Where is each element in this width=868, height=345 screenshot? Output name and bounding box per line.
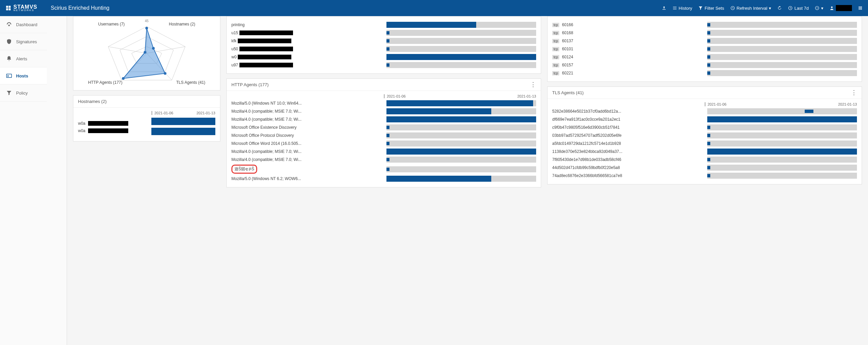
list-row[interactable]: Mozilla/4.0 (compatible; MSIE 7.0; Wi...: [231, 148, 536, 154]
list-row[interactable]: w0: [231, 54, 536, 60]
list-row[interactable]: tcp60157: [552, 62, 857, 68]
list-row[interactable]: Microsoft Office Existence Discovery: [231, 124, 536, 131]
list-row[interactable]: tcp60137: [552, 38, 857, 44]
svg-point-4: [831, 6, 833, 8]
clock-icon: [788, 6, 793, 10]
sidebar-item-hosts[interactable]: Hosts: [0, 67, 47, 85]
bar-fill: [707, 71, 710, 75]
refresh-interval-dropdown[interactable]: Refresh Interval ▾: [731, 6, 772, 11]
help-icon: ?: [815, 6, 819, 10]
panel-title: Hostnames (2): [78, 99, 106, 104]
bar-track: [386, 116, 536, 122]
row-label: Mozilla/4.0 (compatible; MSIE 7.0; Wi...: [231, 117, 384, 122]
row-label: Mozilla/5.0 (Windows NT 10.0; Win64...: [231, 101, 384, 106]
list-row[interactable]: u50: [231, 46, 536, 52]
list-row[interactable]: Mozilla/5.0 (Windows NT 6.2; WOW6...: [231, 176, 536, 182]
list-row[interactable]: Mozilla/4.0 (compatible; MSIE 7.0; Wi...: [231, 116, 536, 122]
help-button[interactable]: ? ▾: [815, 6, 824, 11]
list-row[interactable]: tcp60166: [552, 22, 857, 28]
list-row[interactable]: 5282e38664e5021b37cf0add6bd12a...: [552, 108, 857, 114]
filter-sets-button[interactable]: Filter Sets: [698, 6, 724, 11]
row-label: tcp60168: [552, 30, 705, 35]
row-label: 7f805430de1e7d98b1de033adb58cf46: [552, 157, 705, 162]
bar-fill: [386, 116, 536, 122]
list-row[interactable]: Mozilla/4.0 (compatible; MSIE 7.0; Wi...: [231, 156, 536, 163]
list-row[interactable]: Mozilla/5.0 (Windows NT 10.0; Win64...: [231, 100, 536, 106]
list-row[interactable]: df669e7ea913f1ac0c0cce9a201a2ec1: [552, 116, 857, 122]
bar-fill: [805, 110, 814, 113]
user-menu[interactable]: [830, 5, 852, 11]
refresh-button[interactable]: [777, 6, 782, 10]
sidebar: Dashboard Signatures Alerts Hosts Policy: [0, 16, 67, 345]
clock-icon: [731, 6, 735, 10]
list-row[interactable]: u15: [231, 30, 536, 36]
bar: [151, 128, 215, 135]
panel-menu-button[interactable]: ⋮: [530, 83, 536, 86]
bar-track: [386, 141, 536, 146]
sidebar-item-dashboard[interactable]: Dashboard: [0, 16, 47, 33]
bar-fill: [386, 39, 390, 42]
upload-button[interactable]: [662, 6, 666, 10]
bar-track: [386, 46, 536, 52]
row-label: tcp60137: [552, 38, 705, 43]
row-label: Microsoft Office Word 2014 (16.0.505...: [231, 141, 384, 146]
list-row[interactable]: Microsoft Office Word 2014 (16.0.505...: [231, 141, 536, 146]
list-row[interactable]: tcp60101: [552, 46, 857, 52]
radar-chart[interactable]: 45 Usernames (7) Hostnames (2) TLS Agent…: [78, 20, 215, 87]
list-row[interactable]: u97: [231, 62, 536, 68]
list-row[interactable]: 遊Š鬅ҿ⊅Š: [231, 165, 536, 174]
list-row[interactable]: 44d502d471cfdb99c59bdfb0f220e5a8: [552, 165, 857, 171]
history-button[interactable]: History: [673, 6, 692, 11]
proto-badge: tcp: [552, 55, 559, 59]
proto-badge: tcp: [552, 23, 559, 27]
proto-badge: tcp: [552, 39, 559, 43]
bar-fill: [707, 55, 710, 59]
row-label: 03bb97ad5729254707adf5202d05e6fe: [552, 133, 705, 138]
list-row[interactable]: 03bb97ad5729254707adf5202d05e6fe: [552, 133, 857, 139]
logo[interactable]: STAMVS NETWORKS: [5, 4, 37, 12]
row-label: tcp60166: [552, 23, 705, 27]
sidebar-item-policy[interactable]: Policy: [0, 85, 47, 102]
sidebar-item-signatures[interactable]: Signatures: [0, 33, 47, 50]
apps-button[interactable]: [858, 6, 863, 10]
row-label: Mozilla/4.0 (compatible; MSIE 7.0; Wi...: [231, 149, 384, 154]
sidebar-item-label: Alerts: [16, 56, 27, 61]
redacted: [240, 63, 293, 67]
bar-fill: [386, 31, 390, 34]
bar-fill: [707, 63, 710, 67]
list-row[interactable]: Mozilla/4.0 (compatible; MSIE 7.0; Wi...: [231, 108, 536, 114]
bar-track: [386, 62, 536, 68]
bar-fill: [707, 39, 710, 42]
bar-fill: [707, 116, 857, 122]
list-row[interactable]: 74ad8ec6876e2e3366bfd566581ca7e8: [552, 173, 857, 179]
hostname-row[interactable]: w0a: [78, 121, 147, 126]
list-row[interactable]: tcp60168: [552, 30, 857, 36]
list-row[interactable]: c9f0b47c9805f516e6d3900cb51f7841: [552, 124, 857, 131]
list-row[interactable]: tcp60124: [552, 54, 857, 60]
panel-menu-button[interactable]: ⋮: [851, 91, 857, 94]
svg-point-19: [122, 77, 125, 80]
time-range-button[interactable]: Last 7d: [788, 6, 809, 11]
proto-badge: tcp: [552, 71, 559, 76]
filter-icon: [6, 90, 12, 96]
list-row[interactable]: printing: [231, 22, 536, 28]
logo-icon: [5, 5, 11, 11]
list-row[interactable]: kfk: [231, 38, 536, 44]
refresh-icon: [777, 6, 782, 10]
bar-fill: [386, 176, 491, 182]
list-row[interactable]: 1138de370e523e824bbca92d049a37...: [552, 148, 857, 154]
list-row[interactable]: tcp60221: [552, 70, 857, 76]
list-row[interactable]: a5fdc0149729da1212fc5714e1d1b928: [552, 141, 857, 146]
sidebar-item-alerts[interactable]: Alerts: [0, 50, 47, 67]
svg-point-20: [144, 51, 146, 54]
list-row[interactable]: 7f805430de1e7d98b1de033adb58cf46: [552, 156, 857, 163]
hostname-row[interactable]: w0a: [78, 128, 147, 133]
highlighted-agent: 遊Š鬅ҿ⊅Š: [231, 165, 257, 174]
list-row[interactable]: Microsoft Office Protocol Discovery: [231, 133, 536, 139]
bar-fill: [386, 108, 491, 114]
row-label: u97: [231, 63, 384, 67]
redacted: [88, 128, 128, 133]
app-title: Scirius Enriched Hunting: [51, 5, 109, 11]
upload-icon: [662, 6, 666, 10]
sidebar-item-label: Hosts: [16, 74, 28, 79]
